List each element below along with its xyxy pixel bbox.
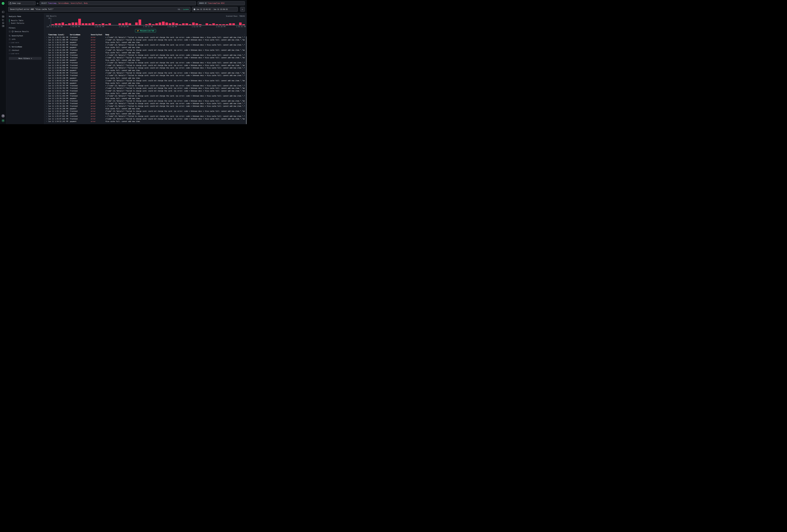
histogram-bar[interactable]	[102, 23, 104, 25]
histogram-bar[interactable]	[189, 24, 191, 25]
row-expand-icon[interactable]: ›	[46, 37, 48, 38]
row-expand-icon[interactable]: ›	[46, 100, 48, 102]
histogram-bar[interactable]	[139, 20, 141, 25]
row-expand-icon[interactable]: ›	[46, 52, 48, 54]
histogram-bar[interactable]	[239, 22, 241, 25]
row-expand-icon[interactable]: ›	[46, 57, 48, 59]
histogram-bar[interactable]	[71, 22, 74, 25]
table-row[interactable]: ›Jun 11 1:55:59.760 PMpaymenterrorVisa c…	[46, 82, 245, 84]
table-row[interactable]: ›Jun 11 1:56:08.956 PMfrontenderror× {"c…	[46, 67, 245, 69]
table-row[interactable]: ›Jun 11 1:55:16.300 PMfrontenderror{"cod…	[46, 110, 245, 112]
table-row[interactable]: ›Jun 11 1:56:51.980 PMfrontenderror{"cod…	[46, 39, 245, 41]
lucene-mode-button[interactable]: Lucene	[183, 8, 189, 10]
row-expand-icon[interactable]: ›	[46, 60, 48, 61]
histogram-bar[interactable]	[169, 23, 171, 25]
column-header-severitytext[interactable]: SeverityText	[91, 34, 104, 36]
histogram-bar[interactable]	[195, 23, 198, 25]
histogram-bar[interactable]	[226, 24, 228, 25]
histogram-bar[interactable]	[125, 22, 128, 25]
row-expand-icon[interactable]: ›	[46, 72, 48, 74]
histogram-bar[interactable]	[62, 22, 64, 25]
table-row[interactable]: ›Jun 11 1:55:39.330 PMfrontenderror{"cod…	[46, 100, 245, 102]
table-row[interactable]: ›Jun 11 1:56:03.252 PMfrontenderror{"cod…	[46, 79, 245, 82]
help-button[interactable]: ?	[1, 114, 5, 118]
load-more-button[interactable]: ∨Load more	[9, 53, 42, 55]
panel-toggle-icon[interactable]	[2, 10, 4, 13]
table-row[interactable]: ›Jun 11 1:56:38.540 PMfrontenderror{"cod…	[46, 57, 245, 59]
histogram-bar[interactable]	[78, 19, 81, 25]
histogram-bar[interactable]	[159, 22, 161, 25]
table-row[interactable]: ›Jun 11 1:55:59.767 PMfrontenderror× {"c…	[46, 85, 245, 87]
filter-checkbox[interactable]	[9, 38, 10, 40]
dashboards-icon[interactable]	[2, 25, 4, 27]
table-row[interactable]: ›Jun 11 1:55:39.324 PMpaymenterrorVisa c…	[46, 97, 245, 100]
histogram-bar[interactable]	[105, 24, 108, 25]
row-expand-icon[interactable]: ›	[46, 85, 48, 87]
histogram-bar[interactable]	[119, 23, 121, 25]
row-expand-icon[interactable]: ›	[46, 62, 48, 64]
denoise-checkbox[interactable]	[9, 31, 10, 33]
row-expand-icon[interactable]: ›	[46, 87, 48, 89]
histogram-bar[interactable]	[108, 23, 111, 25]
row-expand-icon[interactable]: ›	[46, 39, 48, 41]
column-separator[interactable]: ⋮	[69, 34, 70, 36]
select-columns-input[interactable]: SELECT Timestamp, ServiceName, SeverityT…	[40, 1, 196, 5]
chart-explorer-icon[interactable]	[2, 18, 4, 21]
histogram-bar[interactable]	[58, 23, 61, 25]
row-expand-icon[interactable]: ›	[46, 90, 48, 92]
table-row[interactable]: ›Jun 11 1:56:42.999 PMfrontenderror{"cod…	[46, 49, 245, 51]
row-expand-icon[interactable]: ›	[46, 92, 48, 94]
table-row[interactable]: ›Jun 11 1:56:32.848 PMfrontenderror{"cod…	[46, 64, 245, 67]
table-row[interactable]: ›Jun 11 1:56:38.542 PMfrontenderror× {"c…	[46, 54, 245, 56]
row-expand-icon[interactable]: ›	[46, 44, 48, 46]
table-row[interactable]: ›Jun 11 1:56:42.995 PMpaymenterrorVisa c…	[46, 46, 245, 49]
row-expand-icon[interactable]: ›	[46, 118, 48, 120]
histogram-bar[interactable]	[199, 24, 201, 25]
column-separator[interactable]: ⋮	[89, 34, 91, 36]
table-row[interactable]: ›Jun 11 1:55:51.454 PMfrontenderror× {"c…	[46, 94, 245, 97]
histogram-bar[interactable]	[95, 24, 98, 25]
histogram-bar[interactable]	[229, 23, 232, 25]
table-row[interactable]: ›Jun 11 1:54:52.241 PMpaymenterrorVisa c…	[46, 120, 245, 123]
row-expand-icon[interactable]: ›	[46, 77, 48, 79]
histogram-bar[interactable]	[216, 24, 218, 25]
histogram-bar[interactable]	[179, 24, 181, 25]
row-expand-icon[interactable]: ›	[46, 70, 48, 71]
table-row[interactable]: ›Jun 11 1:56:38.534 PMpaymenterrorVisa c…	[46, 51, 245, 54]
row-expand-icon[interactable]: ›	[46, 54, 48, 56]
histogram-bar[interactable]	[155, 23, 158, 25]
histogram-bar[interactable]	[65, 24, 67, 25]
filter-checkbox[interactable]	[9, 49, 10, 51]
table-row[interactable]: ›Jun 11 1:55:51.448 PMpaymenterrorVisa c…	[46, 92, 245, 94]
vertical-scrollbar[interactable]	[246, 36, 247, 124]
table-row[interactable]: ›Jun 11 1:56:51.975 PMpaymenterrorVisa c…	[46, 41, 245, 44]
row-expand-icon[interactable]: ›	[46, 110, 48, 112]
more-filters-button[interactable]: More filters ∨	[9, 57, 42, 60]
histogram-bar[interactable]	[219, 24, 221, 25]
hyperdx-logo-icon[interactable]	[2, 2, 4, 5]
search-input[interactable]: SeverityText:error AND "Visa cache full"…	[8, 7, 190, 12]
source-settings-gear-icon[interactable]: ⚙	[36, 1, 40, 5]
table-row[interactable]: ›Jun 11 1:56:08.948 PMpaymenterrorVisa c…	[46, 69, 245, 71]
order-by-input[interactable]: ORDER BY TimestampTime DESC	[197, 1, 245, 5]
analysis-mode-item[interactable]: Results Table	[9, 19, 42, 22]
table-row[interactable]: ›Jun 11 1:56:32.843 PMpaymenterrorVisa c…	[46, 59, 245, 62]
column-header-servicename[interactable]: ServiceName	[70, 34, 89, 36]
histogram-bar[interactable]	[222, 24, 225, 25]
table-row[interactable]: ›Jun 11 1:55:59.765 PMfrontenderror{"cod…	[46, 87, 245, 89]
table-row[interactable]: ›Jun 11 1:56:51.982 PMfrontenderror× {"c…	[46, 36, 245, 39]
table-row[interactable]: ›Jun 11 1:55:39.331 PMfrontenderror× {"c…	[46, 102, 245, 105]
column-header-body[interactable]: Body	[105, 34, 244, 36]
row-expand-icon[interactable]: ›	[46, 113, 48, 114]
histogram-bar[interactable]	[122, 23, 124, 25]
histogram-bar[interactable]	[128, 23, 131, 25]
row-expand-icon[interactable]: ›	[46, 67, 48, 69]
histogram-bar[interactable]	[166, 22, 168, 25]
filter-option[interactable]: checkout	[9, 49, 42, 51]
column-header-timestamp[interactable]: Timestamp (Local)	[48, 34, 69, 36]
sql-mode-button[interactable]: SQL	[178, 8, 180, 10]
row-expand-icon[interactable]: ›	[46, 80, 48, 81]
histogram-bar[interactable]	[149, 23, 151, 25]
denoise-results-option[interactable]: Denoise Results	[9, 30, 42, 33]
histogram-bar[interactable]	[212, 23, 215, 25]
